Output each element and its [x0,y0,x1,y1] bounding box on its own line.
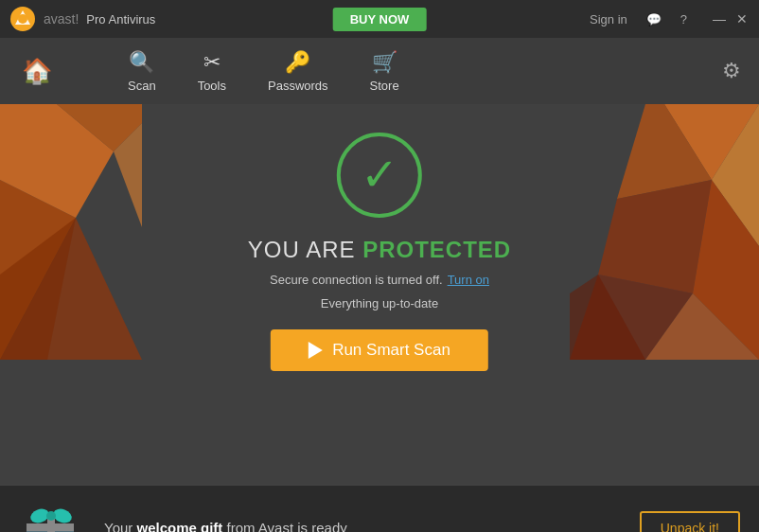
svg-point-22 [46,511,56,521]
svg-marker-11 [712,104,759,246]
svg-marker-5 [0,218,142,360]
settings-button[interactable]: ⚙ [718,55,745,87]
scan-label: Scan [128,79,156,93]
svg-marker-9 [664,104,759,180]
store-icon: 🛒 [372,50,397,75]
svg-marker-4 [0,104,114,218]
main-content: ✓ YOU ARE PROTECTED Secure connection is… [0,104,759,485]
nav-bar: 🏠 🔍 Scan ✂ Tools 🔑 Passwords 🛒 Store ⚙ [0,38,759,104]
svg-marker-3 [0,180,76,360]
svg-marker-10 [617,104,712,199]
turn-on-link[interactable]: Turn on [448,273,489,287]
bg-decoration-left [0,104,142,360]
tools-label: Tools [198,79,226,93]
title-bar: avast! Pro Antivirus BUY NOW Sign in 💬 ?… [0,0,759,38]
nav-items: 🔍 Scan ✂ Tools 🔑 Passwords 🛒 Store [107,43,718,100]
chat-icon[interactable]: 💬 [643,10,665,28]
protection-status-text: YOU ARE PROTECTED [248,237,511,263]
title-actions: Sign in 💬 ? — ✕ [586,10,750,28]
home-button[interactable]: 🏠 [14,57,60,86]
store-label: Store [370,79,399,93]
app-title: avast! [44,11,79,27]
svg-marker-14 [570,275,693,360]
help-icon[interactable]: ? [677,10,691,28]
svg-point-2 [18,14,27,24]
svg-marker-15 [645,293,759,360]
close-button[interactable]: ✕ [734,11,750,27]
you-are-text: YOU ARE [248,237,356,262]
gift-icon [19,495,85,533]
app-name: Pro Antivirus [86,12,155,27]
bg-decoration-right [570,104,759,360]
uptodate-text: Everything up-to-date [321,296,438,310]
run-smart-scan-button[interactable]: Run Smart Scan [271,329,488,371]
run-scan-label: Run Smart Scan [332,341,450,360]
avast-logo-icon [9,6,36,32]
gift-bold: welcome gift [136,520,222,532]
sign-in-button[interactable]: Sign in [586,10,631,28]
svg-marker-7 [0,218,76,360]
protected-word: PROTECTED [362,237,511,262]
gift-message-text: Your welcome gift from Avast is ready [104,520,621,532]
nav-item-scan[interactable]: 🔍 Scan [107,43,177,100]
window-controls: — ✕ [712,11,750,27]
status-circle: ✓ [337,133,422,218]
gift-suffix: from Avast is ready [222,520,346,532]
secure-connection-line: Secure connection is turned off. Turn on [270,273,489,287]
svg-marker-6 [57,104,142,151]
logo-area: avast! Pro Antivirus [9,6,155,32]
unpack-button[interactable]: Unpack it! [640,511,740,533]
gift-svg [19,495,85,533]
passwords-icon: 🔑 [285,50,310,75]
bottom-bar: Your welcome gift from Avast is ready Un… [0,485,759,532]
secure-connection-text: Secure connection is turned off. [270,273,443,287]
nav-item-store[interactable]: 🛒 Store [349,43,420,100]
nav-item-tools[interactable]: ✂ Tools [177,43,247,100]
play-icon [309,342,323,359]
minimize-button[interactable]: — [712,11,727,27]
center-content: ✓ YOU ARE PROTECTED Secure connection is… [248,133,511,371]
scan-icon: 🔍 [129,50,154,75]
nav-item-passwords[interactable]: 🔑 Passwords [247,43,349,100]
svg-marker-8 [114,123,142,227]
passwords-label: Passwords [268,79,328,93]
gift-prefix: Your [104,520,136,532]
svg-marker-13 [693,180,759,360]
svg-marker-16 [570,275,645,360]
svg-marker-12 [598,180,712,293]
buy-now-button[interactable]: BUY NOW [333,8,427,31]
tools-icon: ✂ [203,50,221,75]
checkmark-icon: ✓ [361,152,398,198]
